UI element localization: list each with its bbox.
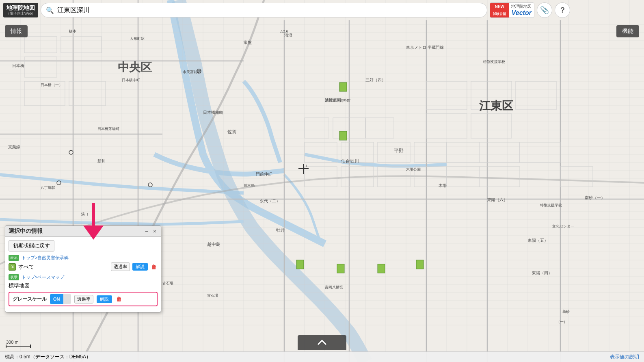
svg-text:水天宮前駅: 水天宮前駅 <box>183 70 201 74</box>
svg-rect-110 <box>337 264 344 273</box>
svg-text:仙台堀川: 仙台堀川 <box>341 158 359 163</box>
svg-text:清澄: 清澄 <box>284 33 292 37</box>
layer1-row: ① すべて 透過率 解説 🗑 <box>9 262 158 272</box>
toggle-off-area <box>63 294 70 304</box>
new-vector-button[interactable]: NEW 試験公開 地理院地図 Vector <box>490 2 534 18</box>
kino-button[interactable]: 機能 <box>616 25 639 37</box>
display-explanation-link[interactable]: 表示値の説明 <box>610 353 639 360</box>
svg-text:300 m: 300 m <box>6 340 19 345</box>
svg-text:日本橋: 日本橋 <box>12 63 24 68</box>
grayscale-toggle[interactable]: ON <box>50 294 71 304</box>
svg-text:中央区: 中央区 <box>118 61 152 74</box>
layer2-opacity-button[interactable]: 透過率 <box>74 295 93 303</box>
grayscale-label: グレースケール <box>13 296 47 303</box>
svg-text:特別支援学校: 特別支援学校 <box>540 203 562 207</box>
svg-text:牡丹: 牡丹 <box>276 228 285 232</box>
info-panel-body: 初期状態に戻す 表示 トップ>自然災害伝承碑 ① すべて 透過率 解説 🗑 表示… <box>5 237 161 312</box>
layer1-kaisetsu-button[interactable]: 解説 <box>132 263 148 271</box>
svg-text:湊（一）: 湊（一） <box>81 212 96 216</box>
svg-text:古石場: 古石場 <box>162 281 173 285</box>
info-panel: 選択中の情報 − × 初期状態に戻す 表示 トップ>自然災害伝承碑 ① すべて … <box>5 225 161 312</box>
gsi-map-label: 地理院地図 <box>511 4 532 9</box>
layer1-delete-button[interactable]: 🗑 <box>150 264 158 270</box>
altitude-label: 標高： <box>5 354 19 360</box>
svg-text:永代（二）: 永代（二） <box>260 199 280 203</box>
svg-text:特別支援学校: 特別支援学校 <box>483 60 505 64</box>
arrow-up-button[interactable] <box>298 335 346 350</box>
svg-text:（一）: （一） <box>556 320 567 324</box>
svg-text:常盤: 常盤 <box>244 40 252 45</box>
layer2-delete-button[interactable]: 🗑 <box>115 296 123 302</box>
altitude-value: 0.5m <box>19 354 30 360</box>
layer2-kaisetsu-button[interactable]: 解説 <box>97 295 112 303</box>
svg-text:門前仲町: 門前仲町 <box>256 172 272 176</box>
layer2-name: 標準地図 <box>9 282 158 289</box>
layer-section-disaster: 表示 トップ>自然災害伝承碑 ① すべて 透過率 解説 🗑 <box>9 255 158 272</box>
svg-text:日本橋箱崎: 日本橋箱崎 <box>203 110 223 115</box>
joho-button[interactable]: 情報 <box>5 25 28 37</box>
svg-text:東陽（四）: 東陽（四） <box>532 271 552 275</box>
svg-text:越中島: 越中島 <box>207 242 220 247</box>
svg-text:+: + <box>305 164 308 168</box>
svg-rect-107 <box>339 82 347 91</box>
bottom-bar: 標高：0.5m（データソース：DEM5A） 表示値の説明 <box>0 351 644 362</box>
svg-text:木場公園: 木場公園 <box>406 167 421 171</box>
svg-text:古石場: 古石場 <box>207 293 218 297</box>
panel-minimize-button[interactable]: − <box>144 228 149 234</box>
layer2-link[interactable]: トップ>ベースマップ <box>22 274 64 280</box>
svg-text:川不動: 川不動 <box>244 184 255 188</box>
svg-rect-108 <box>339 131 347 140</box>
svg-text:東陽（六）: 東陽（六） <box>487 197 508 202</box>
svg-text:京葉線: 京葉線 <box>8 145 20 149</box>
svg-text:佐賀: 佐賀 <box>227 129 236 134</box>
search-input[interactable] <box>57 7 482 14</box>
topbar: 地理院地図 （電子国土Web） 🔍 NEW 試験公開 地理院地図 Vector … <box>0 0 644 20</box>
panel-controls: − × <box>144 228 158 234</box>
layer1-opacity-button[interactable]: 透過率 <box>111 262 130 271</box>
layer2-header: 表示 トップ>ベースマップ <box>9 274 158 280</box>
svg-rect-111 <box>378 264 385 273</box>
logo-main-text: 地理院地図 <box>6 4 35 11</box>
logo-sub-text: （電子国土Web） <box>6 11 35 16</box>
svg-text:△2.6: △2.6 <box>280 29 288 33</box>
layer1-link[interactable]: トップ>自然災害伝承碑 <box>22 255 69 261</box>
svg-rect-109 <box>296 260 304 269</box>
svg-text:木場: 木場 <box>439 183 447 188</box>
layer2-display-badge: 表示 <box>9 274 19 280</box>
altitude-info: 標高：0.5m（データソース：DEM5A） <box>5 353 610 360</box>
svg-text:日本橋茅場町: 日本橋茅場町 <box>97 127 119 131</box>
svg-text:橋本: 橋本 <box>69 29 76 33</box>
svg-text:三好（四）: 三好（四） <box>365 78 386 82</box>
search-bar[interactable]: 🔍 <box>41 3 487 17</box>
layer1-icon: ① <box>9 263 16 271</box>
layer1-display-badge: 表示 <box>9 255 19 261</box>
svg-text:江東区: 江東区 <box>479 100 513 112</box>
svg-text:人形町駅: 人形町駅 <box>130 37 145 41</box>
search-icon: 🔍 <box>46 7 54 14</box>
reset-button[interactable]: 初期状態に戻す <box>9 240 54 251</box>
svg-text:東京メトロ 半蔵門線: 東京メトロ 半蔵門線 <box>406 45 444 50</box>
new-badge: NEW <box>493 4 506 10</box>
layer-section-basemap: 表示 トップ>ベースマップ 標準地図 グレースケール ON 透過率 解説 🗑 <box>9 274 158 306</box>
svg-text:新砂: 新砂 <box>562 310 570 314</box>
svg-text:新川: 新川 <box>97 159 106 163</box>
trial-badge: 試験公開 <box>492 12 507 16</box>
layer1-header: 表示 トップ>自然災害伝承碑 <box>9 255 158 261</box>
vector-label: Vector <box>512 9 532 17</box>
svg-text:平野: 平野 <box>394 148 404 154</box>
svg-text:文化センター: 文化センター <box>552 224 574 228</box>
svg-text:深川江戸資料館: 深川江戸資料館 <box>325 98 350 102</box>
svg-text:日本橋中町: 日本橋中町 <box>122 78 140 82</box>
layer1-name: すべて <box>18 263 108 271</box>
svg-text:八丁堀駅: 八丁堀駅 <box>41 186 55 190</box>
svg-text:東陽（五）: 東陽（五） <box>528 238 548 243</box>
app-logo: 地理院地図 （電子国土Web） <box>3 3 38 17</box>
info-panel-header: 選択中の情報 − × <box>5 226 161 237</box>
panel-close-button[interactable]: × <box>152 228 158 234</box>
svg-rect-112 <box>416 260 424 269</box>
svg-text:富岡八幡宮: 富岡八幡宮 <box>325 285 343 289</box>
layer2-row: 標準地図 <box>9 281 158 290</box>
svg-text:南砂（一）: 南砂（一） <box>585 195 605 200</box>
paperclip-button[interactable]: 📎 <box>537 2 552 18</box>
help-button[interactable]: ？ <box>555 2 570 18</box>
